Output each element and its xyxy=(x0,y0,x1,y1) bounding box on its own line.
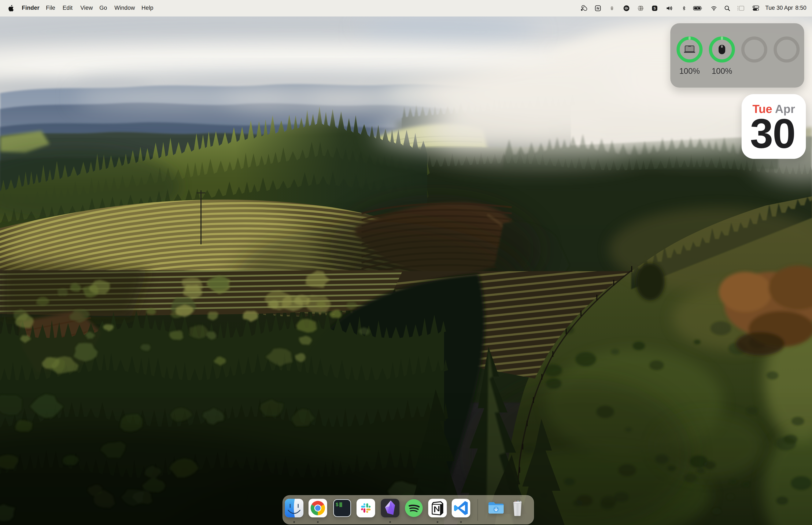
svg-text:$: $ xyxy=(336,502,339,508)
svg-text:S: S xyxy=(654,6,656,10)
